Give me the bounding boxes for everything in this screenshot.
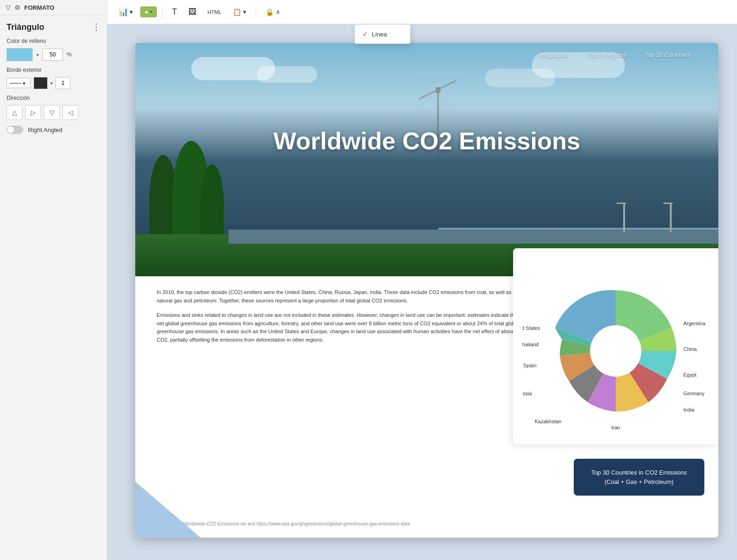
insert-button[interactable]: 📋 ▾ (229, 6, 250, 18)
label-egypt: Egypt (683, 372, 696, 378)
right-angled-row: Right Angled (0, 122, 107, 138)
direction-row: △ ▷ ▽ ◁ (0, 103, 107, 122)
bridge (229, 230, 718, 244)
right-angled-label: Right Angled (28, 126, 63, 133)
lamp-arm-1 (663, 203, 673, 204)
border-style-dropdown[interactable]: —— ▾ (7, 78, 31, 88)
image-button[interactable]: 🖼 (185, 6, 200, 19)
opacity-input[interactable] (42, 49, 63, 61)
nav-infographic[interactable]: Infographic (538, 51, 568, 58)
check-icon: ✓ (362, 30, 368, 38)
slide-hero: Worldwide CO2 Emissions (135, 43, 718, 276)
text-icon: T (172, 7, 177, 17)
right-angled-toggle[interactable] (7, 126, 23, 134)
pie-chart-container: Argentina United States China Egypt Germ… (513, 248, 718, 444)
label-thailand: Thailand (522, 342, 539, 347)
shape-title: Triángulo (7, 22, 44, 32)
label-argentina: Argentina (683, 321, 706, 326)
nav-top5regions[interactable]: Top 5 Regions (587, 51, 626, 58)
line-label: Línea (372, 31, 387, 38)
html-button[interactable]: HTML (204, 7, 225, 17)
svg-line-1 (419, 90, 438, 99)
label-india: India (683, 407, 695, 413)
corner-triangle (135, 482, 201, 538)
label-us: United States (522, 325, 540, 331)
bottom-card-text: Top 30 Countries in CO2 Emissions(Coal +… (591, 469, 687, 485)
green-insert-button[interactable]: ● ▾ (140, 7, 157, 17)
lamp-arm-2 (617, 203, 626, 204)
lock-button[interactable]: 🔒 ∧ (262, 6, 284, 18)
dropdown-item-line[interactable]: ✓ Línea (355, 27, 410, 42)
lamp-post-1 (670, 204, 672, 232)
paragraph-2: Emissions and sinks related to changes i… (157, 311, 524, 344)
label-china: China (683, 346, 697, 352)
insert-chevron: ▾ (243, 8, 246, 15)
left-panel: ▽ ⚙ FORMATO Triángulo ⋮ Color de relleno… (0, 0, 107, 560)
chart-insert-button[interactable]: 📊 ▾ (115, 5, 137, 19)
dir-left-button[interactable]: ◁ (63, 105, 78, 120)
chart-icon: 📊 (118, 7, 128, 17)
filter-icon[interactable]: ▽ (6, 4, 11, 11)
border-color-swatch[interactable] (34, 77, 48, 89)
label-iran: Iran (612, 425, 620, 430)
percent-label: % (67, 51, 72, 58)
svg-line-2 (438, 80, 457, 90)
top-toolbar: 📊 ▾ ● ▾ T 🖼 HTML 📋 ▾ 🔒 ∧ (107, 0, 737, 24)
green-chevron: ▾ (150, 9, 153, 15)
pie-chart-svg: Argentina United States China Egypt Germ… (522, 258, 709, 435)
label-russia: Russia (522, 391, 532, 396)
html-label: HTML (208, 9, 222, 15)
svg-rect-4 (436, 87, 440, 93)
lock-icon: 🔒 (265, 8, 274, 16)
toolbar-divider-2 (256, 6, 256, 19)
label-spain: Spain (523, 363, 536, 368)
lock-caret: ∧ (276, 8, 280, 15)
panel-title: Triángulo ⋮ (0, 15, 107, 34)
fill-color-label: Color de relleno (0, 34, 107, 46)
insert-icon: 📋 (233, 8, 242, 16)
image-icon: 🖼 (188, 7, 196, 17)
paragraph-1: In 2010, the top carbon dioxide (CO2) em… (157, 288, 524, 305)
settings-icon[interactable]: ⚙ (14, 4, 21, 11)
color-dropdown-chevron[interactable]: ▾ (36, 52, 39, 57)
dropdown-menu: ✓ Línea (355, 24, 410, 44)
label-kazakhstan: Kazakhstan (535, 419, 561, 424)
border-label: Borde exterior (0, 63, 107, 75)
cloud-2 (257, 66, 317, 83)
dir-right-button[interactable]: ▷ (25, 105, 41, 120)
slide-nav: Infographic Top 5 Regions Top 20 Countri… (538, 51, 690, 58)
slide-content: In 2010, the top carbon dioxide (CO2) em… (149, 281, 532, 358)
slide-title: Worldwide CO2 Emissions (135, 127, 718, 155)
lamp-post-2 (623, 204, 625, 232)
panel-more-icon[interactable]: ⋮ (92, 22, 100, 32)
dir-up-button[interactable]: △ (7, 105, 22, 120)
panel-header: ▽ ⚙ FORMATO (0, 0, 107, 15)
nav-top20countries[interactable]: Top 20 Countries (645, 51, 690, 58)
fill-color-row: ▾ % (0, 46, 107, 63)
bridge-rail (438, 228, 718, 230)
text-button[interactable]: T (168, 5, 181, 19)
direction-label: Dirección (0, 91, 107, 103)
slide-container: ⋮ Infographic Top 5 Regions Top 20 Count… (135, 43, 718, 538)
cloud-4 (485, 69, 555, 87)
green-icon: ● (145, 8, 148, 15)
fill-color-swatch[interactable] (7, 48, 33, 61)
label-germany: Germany (683, 391, 705, 396)
dir-down-button[interactable]: ▽ (44, 105, 60, 120)
toolbar-divider-1 (162, 6, 163, 19)
format-tab-label[interactable]: FORMATO (24, 4, 55, 11)
border-row: —— ▾ ▾ (0, 75, 107, 91)
svg-point-5 (590, 325, 641, 377)
bottom-card: Top 30 Countries in CO2 Emissions(Coal +… (574, 459, 704, 496)
canvas-area: ⋮ Infographic Top 5 Regions Top 20 Count… (107, 24, 737, 560)
chart-chevron: ▾ (130, 8, 133, 15)
border-width-input[interactable] (56, 77, 70, 89)
border-color-chevron[interactable]: ▾ (50, 81, 53, 86)
